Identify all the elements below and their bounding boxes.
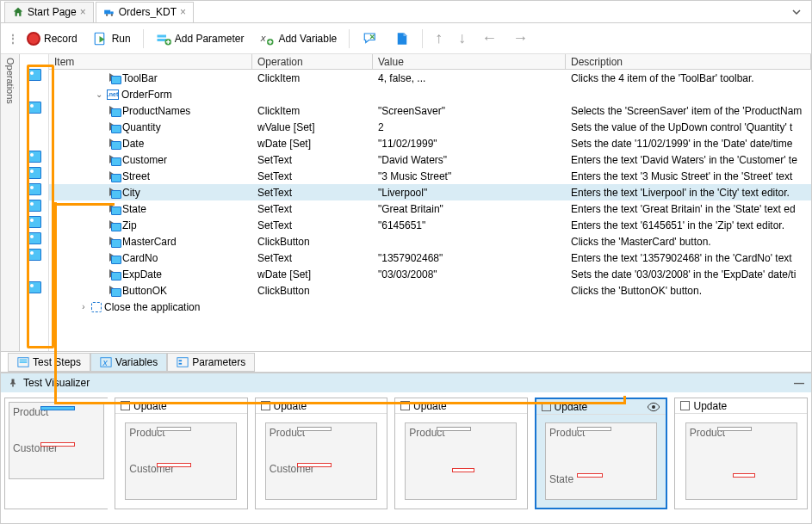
table-row[interactable]: CustomerSetText"David Waters"Enters the … xyxy=(49,151,811,168)
object-icon xyxy=(109,171,120,182)
visualizer-card[interactable]: Update Product Customer xyxy=(255,398,388,509)
value-cell xyxy=(373,290,566,292)
table-row[interactable]: CardNoSetText"1357902468"Enters the text… xyxy=(49,250,811,266)
thumbnail-icon[interactable] xyxy=(28,281,41,293)
table-row[interactable]: ExpDatewDate [Set]"03/03/2008"Sets the d… xyxy=(49,266,811,282)
tab-variables[interactable]: x Variables xyxy=(90,353,167,372)
move-down-button[interactable]: ↓ xyxy=(453,26,471,51)
thumbnail-icon[interactable] xyxy=(28,151,41,163)
table-row[interactable]: DatewDate [Set]"11/02/1999"Sets the date… xyxy=(49,135,811,151)
object-icon xyxy=(109,73,120,83)
visualizer-card-selected[interactable]: Update Product State xyxy=(535,398,668,509)
document-button[interactable] xyxy=(389,28,415,50)
desc-cell xyxy=(566,94,811,96)
table-row[interactable]: StreetSetText"3 Music Street"Enters the … xyxy=(49,168,811,184)
table-row[interactable]: ProductNamesClickItem"ScreenSaver"Select… xyxy=(49,102,811,119)
svg-rect-12 xyxy=(20,361,28,363)
operations-sidebar-tab[interactable]: Operations xyxy=(1,54,20,351)
visualizer-card[interactable]: Update Product xyxy=(674,398,808,509)
desc-cell: Sets the date '11/02/1999' in the 'Date'… xyxy=(566,137,811,151)
thumbnail-icon[interactable] xyxy=(28,200,41,212)
visualizer-card-partial[interactable]: Product Customer xyxy=(4,398,108,509)
col-value[interactable]: Value xyxy=(373,54,566,69)
table-row[interactable]: StateSetText"Great Britain"Enters the te… xyxy=(49,200,811,217)
update-checkbox[interactable] xyxy=(680,401,690,410)
minimize-icon[interactable]: — xyxy=(794,377,804,389)
test-visualizer-header[interactable]: Test Visualizer — xyxy=(1,373,811,392)
thumbnail-icon[interactable] xyxy=(28,216,41,228)
update-checkbox[interactable] xyxy=(400,401,410,410)
form-preview: Product Customer xyxy=(265,422,377,500)
value-cell: "Liverpool" xyxy=(373,186,566,200)
col-description[interactable]: Description xyxy=(566,54,811,69)
table-row[interactable]: ButtonOKClickButtonClicks the 'ButtonOK'… xyxy=(49,282,811,299)
table-row[interactable]: CitySetText"Liverpool"Enters the text 'L… xyxy=(49,184,811,200)
desc-cell: Clicks the 'MasterCard' button. xyxy=(566,235,811,249)
tab-orders-kdt[interactable]: Orders_KDT × xyxy=(96,2,194,22)
visualizer-card[interactable]: Update Product xyxy=(394,398,528,509)
thumbnail-icon[interactable] xyxy=(28,69,41,81)
desc-cell: Enters the text '6145651' in the 'Zip' t… xyxy=(566,219,811,232)
item-label: ToolBar xyxy=(122,72,158,84)
expand-icon[interactable]: › xyxy=(78,302,89,312)
eye-icon[interactable] xyxy=(647,400,660,414)
toolbar-grip[interactable]: ⋮ xyxy=(8,33,16,45)
move-right-button[interactable]: → xyxy=(507,26,533,51)
table-row[interactable]: ›Close the application xyxy=(49,299,811,315)
grid-header: Item Operation Value Description xyxy=(49,54,811,70)
tab-test-steps[interactable]: Test Steps xyxy=(8,353,90,372)
table-row[interactable]: ⌄.netOrderForm xyxy=(49,86,811,102)
value-cell: "03/03/2008" xyxy=(373,268,566,281)
thumbnail-icon[interactable] xyxy=(28,232,41,244)
thumbnail-icon[interactable] xyxy=(28,183,41,195)
table-row[interactable]: ToolBarClickItem4, false, ...Clicks the … xyxy=(49,70,811,86)
desc-cell: Enters the text 'David Waters' in the 'C… xyxy=(566,153,811,167)
comment-button[interactable] xyxy=(356,28,384,50)
arrow-up-icon: ↑ xyxy=(435,29,443,47)
col-operation[interactable]: Operation xyxy=(252,54,373,69)
op-cell: ClickItem xyxy=(252,71,373,85)
move-left-button[interactable]: ← xyxy=(476,26,502,51)
svg-rect-0 xyxy=(104,10,110,15)
net-icon: .net xyxy=(107,89,119,100)
pin-icon[interactable] xyxy=(8,378,18,388)
item-label: MasterCard xyxy=(122,236,177,248)
update-checkbox[interactable] xyxy=(542,402,551,411)
add-parameter-button[interactable]: Add Parameter xyxy=(151,28,250,50)
object-icon xyxy=(109,220,120,231)
move-up-button[interactable]: ↑ xyxy=(430,26,448,51)
item-label: ExpDate xyxy=(122,268,162,280)
op-cell: ClickButton xyxy=(252,235,373,249)
expand-icon[interactable]: ⌄ xyxy=(94,89,104,100)
table-row[interactable]: QuantitywValue [Set]2Sets the value of t… xyxy=(49,119,811,135)
thumbnail-icon[interactable] xyxy=(28,167,41,179)
add-variable-button[interactable]: X Add Variable xyxy=(254,28,342,50)
thumbnail-icon[interactable] xyxy=(28,249,41,261)
desc-cell: Enters the text 'Great Britain' in the '… xyxy=(566,202,811,216)
tab-start-page[interactable]: Start Page × xyxy=(4,2,94,22)
update-checkbox[interactable] xyxy=(261,401,270,410)
item-label: Close the application xyxy=(104,301,200,313)
close-icon[interactable]: × xyxy=(180,6,186,18)
col-item[interactable]: Item xyxy=(49,54,252,69)
svg-rect-17 xyxy=(179,363,183,365)
run-icon xyxy=(93,31,108,46)
svg-rect-18 xyxy=(12,385,14,387)
table-row[interactable]: ZipSetText"6145651"Enters the text '6145… xyxy=(49,217,811,233)
value-cell: "3 Music Street" xyxy=(373,170,566,183)
value-cell xyxy=(373,94,566,96)
tab-parameters[interactable]: Parameters xyxy=(167,353,255,372)
visualizer-card[interactable]: Update Product Customer xyxy=(115,398,248,509)
tabs-dropdown[interactable] xyxy=(789,4,804,20)
variables-icon: x xyxy=(100,356,112,368)
add-parameter-icon xyxy=(156,31,171,46)
table-row[interactable]: MasterCardClickButtonClicks the 'MasterC… xyxy=(49,233,811,250)
update-checkbox[interactable] xyxy=(121,401,130,410)
thumbnail-icon[interactable] xyxy=(28,102,41,114)
value-cell: 2 xyxy=(373,120,566,134)
record-button[interactable]: Record xyxy=(22,28,83,49)
form-preview: Product Customer xyxy=(125,422,237,500)
run-button[interactable]: Run xyxy=(88,28,136,50)
add-variable-icon: X xyxy=(259,31,275,46)
close-icon[interactable]: × xyxy=(80,6,86,18)
